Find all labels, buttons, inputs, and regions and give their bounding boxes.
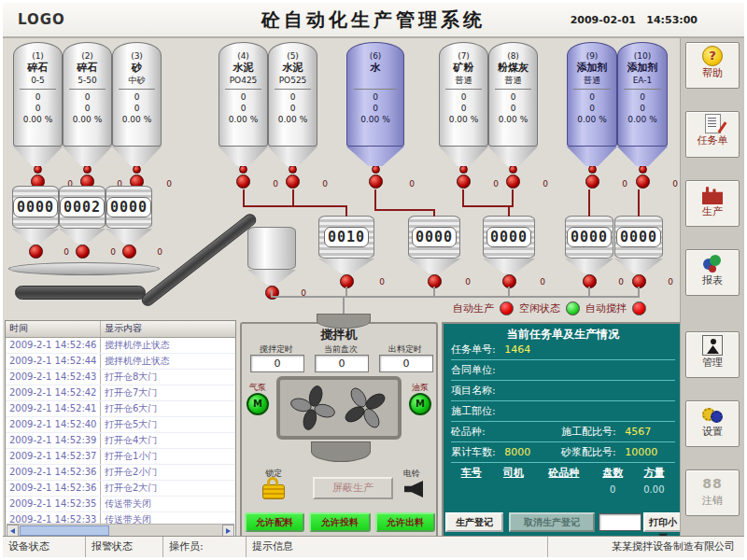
silo-upper-valve[interactable]	[34, 165, 42, 174]
batches-value: 0	[592, 484, 632, 495]
silo-upper-valve[interactable]	[289, 165, 297, 174]
silo-discharge-valve[interactable]	[369, 175, 383, 189]
silo-discharge-valve[interactable]	[585, 175, 599, 189]
silo-upper-valve[interactable]	[133, 165, 141, 174]
silo-upper-valve[interactable]	[588, 165, 597, 174]
silo-discharge-valve[interactable]	[236, 175, 250, 189]
log-row[interactable]: 2009-2-1 14:52:35 传送带关闭	[6, 497, 235, 512]
material-pipe	[345, 205, 347, 217]
collector-pipe	[271, 296, 640, 298]
silo-upper-valve[interactable]	[639, 165, 647, 174]
valve-counter: 0	[465, 277, 471, 287]
silo-cone	[617, 147, 668, 166]
sidebar-button-1[interactable]: 帮助	[685, 42, 740, 89]
sidebar-button-2[interactable]: 任务单	[685, 111, 740, 158]
silo-spec: 普通	[584, 75, 600, 86]
log-row[interactable]: 2009-2-1 14:52:43 打开仓8大门	[6, 370, 235, 385]
padlock-icon[interactable]	[262, 484, 285, 499]
log-row[interactable]: 2009-2-1 14:52:37 打开仓1小门	[6, 449, 235, 465]
silo-upper-valve[interactable]	[459, 165, 468, 174]
title-bar: LOGO 砼自动化生产管理系统 2009-02-01 14:53:00	[3, 3, 744, 38]
silo-cone	[13, 147, 63, 166]
contract-row: 合同单位:	[451, 361, 675, 381]
silo-upper-valve[interactable]	[372, 165, 380, 174]
logo: LOGO	[18, 11, 65, 28]
log-time: 2009-2-1 14:52:44	[6, 354, 101, 369]
weigh-hopper-valve[interactable]	[29, 245, 43, 259]
sidebar-button-3[interactable]: 生产	[685, 180, 740, 227]
log-row[interactable]: 2009-2-1 14:52:36 打开仓2大门	[6, 481, 235, 497]
log-row[interactable]: 2009-2-1 14:52:39 打开仓4大门	[6, 433, 235, 449]
silo-material: 水泥	[233, 62, 254, 75]
silo-number: (6)	[370, 51, 382, 62]
production-register-button[interactable]: 生产登记	[445, 512, 503, 532]
log-content: 打开仓8大门	[101, 370, 235, 385]
log-content: 打开仓7大门	[101, 385, 235, 400]
sidebar-button-5[interactable]: 管理	[685, 331, 740, 378]
silo-upper-valve[interactable]	[239, 165, 247, 174]
sidebar-button-4[interactable]: 报表	[685, 249, 740, 296]
valve-counter: 0	[166, 179, 172, 189]
silo-deviation: 0.00 %	[73, 114, 102, 125]
weigh-hopper-body: 0000	[106, 186, 152, 229]
log-row[interactable]: 2009-2-1 14:52:36 打开仓2小门	[6, 465, 235, 481]
silo-discharge-valve[interactable]	[636, 175, 650, 189]
silo-deviation: 0.00 %	[122, 114, 151, 125]
sidebar-button-7[interactable]: 注销	[685, 469, 740, 516]
log-content: 打开仓5大门	[101, 417, 235, 432]
log-header-content: 显示内容	[101, 321, 235, 337]
silo-deviation: 0.00 %	[278, 114, 307, 125]
silo-actual-weight: 0	[241, 103, 247, 114]
silo-spec: 5-50	[78, 75, 96, 86]
weigh-hopper-valve[interactable]	[122, 245, 136, 259]
mixer-title: 搅拌机	[242, 327, 436, 343]
silo-number: (10)	[634, 51, 651, 62]
log-row[interactable]: 2009-2-1 14:52:46 搅拌机停止状态	[6, 338, 235, 354]
silo-material: 添加剂	[627, 62, 658, 75]
weigh-hopper: 0010 0	[318, 216, 374, 288]
air-pump-icon[interactable]	[247, 393, 269, 415]
silo-upper-valve[interactable]	[509, 165, 517, 174]
truck-count-row: 累计车数: 8000 砂浆配比号: 10000	[451, 443, 675, 463]
allow-batching-button[interactable]: 允许配料	[245, 512, 304, 532]
silo-number: (5)	[287, 51, 299, 62]
silo-number: (2)	[81, 51, 93, 62]
log-row[interactable]: 2009-2-1 14:52:44 搅拌机停止状态	[6, 354, 235, 370]
pause-production-button[interactable]: 屏蔽生产	[313, 477, 393, 499]
material-silo: (9) 添加剂 普通 0 0 0.00 % 0	[567, 42, 617, 189]
scrollbar-thumb[interactable]	[20, 525, 109, 536]
silo-cone	[112, 147, 162, 166]
speaker-icon[interactable]	[404, 481, 423, 497]
weight-display: 0000	[13, 197, 58, 217]
site-row: 施工部位:	[451, 402, 675, 422]
silo-divider	[445, 89, 483, 90]
log-time: 2009-2-1 14:52:41	[6, 401, 101, 416]
print-ticket-button[interactable]: 打印小票	[643, 512, 683, 532]
allow-discharge-button[interactable]: 允许出料	[375, 512, 435, 532]
sidebar-button-6[interactable]: 设置	[685, 400, 740, 447]
valve-counter: 0	[672, 179, 678, 189]
weigh-hopper-valve[interactable]	[76, 245, 90, 259]
silo-discharge-valve[interactable]	[286, 175, 300, 189]
log-row[interactable]: 2009-2-1 14:52:41 打开仓6大门	[6, 401, 235, 417]
silo-set-weight: 0	[589, 91, 595, 103]
ticket-input[interactable]	[599, 513, 641, 531]
silo-set-weight: 0	[134, 91, 140, 103]
silo-body: (3) 砂 中砂 0 0 0.00 %	[112, 42, 162, 147]
silo-set-weight: 0	[85, 91, 91, 103]
log-row[interactable]: 2009-2-1 14:52:42 打开仓7大门	[6, 385, 235, 401]
weigh-hopper: 0000 0	[565, 216, 613, 288]
task-order-row: 任务单号: 1464	[451, 341, 675, 360]
settings-icon	[702, 404, 723, 425]
silo-body: (2) 碎石 5-50 0 0 0.00 %	[63, 42, 112, 147]
allow-feeding-button[interactable]: 允许投料	[309, 512, 371, 532]
mix-timer-value: 0	[250, 355, 304, 372]
silo-discharge-valve[interactable]	[506, 175, 520, 189]
silo-upper-valve[interactable]	[83, 165, 92, 174]
silo-discharge-valve[interactable]	[457, 175, 471, 189]
log-row[interactable]: 2009-2-1 14:52:40 打开仓5大门	[6, 417, 235, 433]
mortar-ratio-label: 砂浆配比号:	[561, 446, 616, 458]
log-scrollbar[interactable]	[7, 524, 234, 537]
cancel-register-button[interactable]: 取消生产登记	[509, 512, 595, 532]
oil-pump-icon[interactable]	[409, 393, 431, 415]
